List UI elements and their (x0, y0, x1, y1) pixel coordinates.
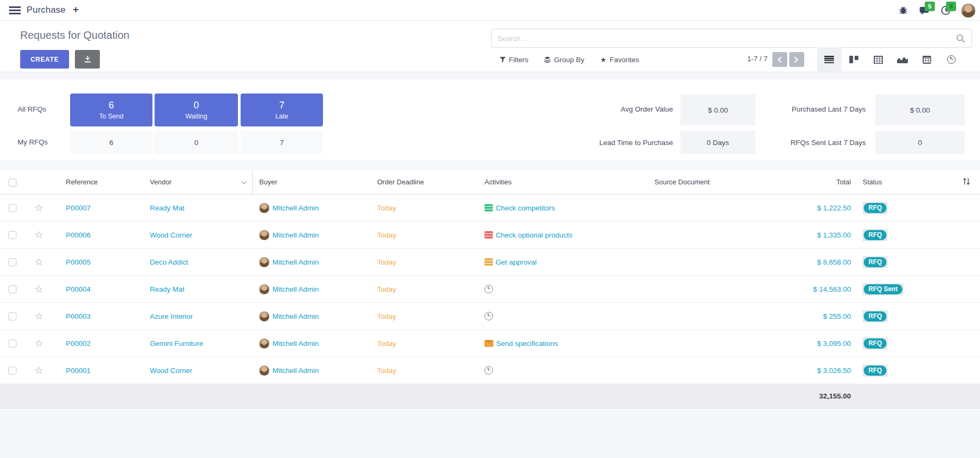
vendor-link[interactable]: Ready Mat (143, 204, 253, 212)
reference-link[interactable]: P00002 (53, 340, 143, 347)
row-checkbox[interactable] (8, 340, 16, 347)
reference-link[interactable]: P00003 (53, 312, 143, 320)
column-header-order-deadline[interactable]: Order Deadline (369, 178, 478, 186)
table-row[interactable]: ☆ P00001 Wood Corner Mitchell Admin Toda… (0, 357, 980, 384)
row-checkbox[interactable] (8, 258, 16, 266)
activity-label[interactable]: Send specifications (496, 340, 558, 347)
order-deadline[interactable]: Today (369, 340, 478, 347)
total-amount[interactable]: $ 1,222.50 (799, 204, 855, 212)
kpi-my-late[interactable]: 7 (241, 131, 323, 154)
table-row[interactable]: ☆ P00005 Deco Addict Mitchell Admin Toda… (0, 249, 980, 276)
table-row[interactable]: ☆ P00004 Ready Mat Mitchell Admin Today … (0, 276, 980, 303)
buyer-name[interactable]: Mitchell Admin (272, 285, 319, 293)
favorite-star-toggle[interactable]: ☆ (35, 311, 43, 321)
activity-label[interactable]: Check optional products (496, 231, 573, 239)
favorites-button[interactable]: ★ Favorites (600, 52, 639, 67)
table-row[interactable]: ☆ P00006 Wood Corner Mitchell Admin Toda… (0, 222, 980, 249)
total-amount[interactable]: $ 8,658.00 (799, 258, 855, 266)
activity-clock-icon[interactable] (484, 285, 493, 293)
favorite-star-toggle[interactable]: ☆ (35, 366, 43, 375)
order-deadline[interactable]: Today (369, 204, 478, 212)
messages-icon[interactable]: 5 (918, 5, 930, 16)
total-amount[interactable]: $ 1,335.00 (799, 231, 855, 239)
view-switcher-activity[interactable] (939, 47, 964, 72)
vendor-link[interactable]: Wood Corner (143, 231, 253, 239)
favorite-star-toggle[interactable]: ☆ (35, 284, 43, 294)
select-all-checkbox[interactable] (8, 179, 16, 186)
favorite-star-toggle[interactable]: ☆ (35, 257, 43, 267)
pager-previous-button[interactable] (772, 52, 787, 67)
activity-envelope-icon[interactable] (484, 340, 493, 347)
vendor-link[interactable]: Gemini Furniture (143, 340, 253, 347)
activity-clock-icon[interactable] (484, 312, 493, 320)
lead-time-box[interactable]: 0 Days (680, 131, 755, 154)
activity-type-icon[interactable] (484, 231, 493, 239)
activity-type-icon[interactable] (484, 204, 493, 211)
buyer-name[interactable]: Mitchell Admin (272, 340, 319, 347)
column-header-buyer[interactable]: Buyer (253, 178, 369, 186)
buyer-name[interactable]: Mitchell Admin (272, 312, 319, 320)
column-header-reference[interactable]: Reference (53, 178, 143, 186)
favorite-star-toggle[interactable]: ☆ (35, 230, 43, 240)
user-avatar[interactable] (961, 3, 976, 18)
view-switcher-kanban[interactable] (841, 47, 866, 72)
view-switcher-calendar[interactable] (915, 47, 939, 72)
buyer-name[interactable]: Mitchell Admin (272, 231, 319, 239)
order-deadline[interactable]: Today (369, 312, 478, 320)
row-checkbox[interactable] (8, 312, 16, 320)
activity-label[interactable]: Get approval (496, 258, 536, 266)
column-header-source-document[interactable]: Source Document (648, 178, 799, 186)
view-switcher-list[interactable] (817, 47, 841, 72)
row-checkbox[interactable] (8, 231, 16, 239)
reference-link[interactable]: P00007 (53, 204, 143, 212)
search-icon[interactable] (956, 34, 965, 43)
kpi-my-waiting[interactable]: 0 (155, 131, 238, 154)
new-menu-plus-button[interactable]: + (73, 4, 79, 15)
hamburger-menu-icon[interactable] (9, 6, 21, 14)
kpi-all-to-send[interactable]: 6 To Send (70, 94, 152, 126)
reference-link[interactable]: P00005 (53, 258, 143, 266)
vendor-link[interactable]: Ready Mat (143, 285, 253, 293)
rfqs-sent-last-7-days-box[interactable]: 0 (875, 131, 965, 154)
total-amount[interactable]: $ 3,095.00 (799, 340, 855, 347)
activity-type-icon[interactable] (484, 258, 493, 266)
kpi-my-to-send[interactable]: 6 (70, 131, 152, 154)
group-by-button[interactable]: Group By (544, 52, 584, 67)
favorite-star-toggle[interactable]: ☆ (35, 338, 43, 348)
buyer-name[interactable]: Mitchell Admin (272, 367, 319, 375)
order-deadline[interactable]: Today (369, 367, 478, 375)
view-switcher-graph[interactable] (890, 47, 915, 72)
column-header-total[interactable]: Total (799, 178, 855, 186)
column-header-vendor[interactable]: Vendor (143, 170, 253, 194)
row-checkbox[interactable] (8, 367, 16, 375)
table-row[interactable]: ☆ P00007 Ready Mat Mitchell Admin Today … (0, 194, 980, 222)
row-checkbox[interactable] (8, 204, 16, 212)
table-row[interactable]: ☆ P00002 Gemini Furniture Mitchell Admin… (0, 330, 980, 357)
reference-link[interactable]: P00004 (53, 285, 143, 293)
row-checkbox[interactable] (8, 285, 16, 293)
activities-clock-icon[interactable]: 9 (940, 5, 951, 16)
order-deadline[interactable]: Today (369, 285, 478, 293)
table-row[interactable]: ☆ P00003 Azure Interior Mitchell Admin T… (0, 303, 980, 330)
view-switcher-pivot[interactable] (866, 47, 890, 72)
total-amount[interactable]: $ 3,026.50 (799, 367, 855, 375)
total-amount[interactable]: $ 14,563.00 (799, 285, 855, 293)
order-deadline[interactable]: Today (369, 231, 478, 239)
app-menu-purchase[interactable]: Purchase (27, 5, 65, 15)
pager-next-button[interactable] (789, 52, 804, 67)
search-input[interactable] (492, 29, 972, 47)
kpi-all-late[interactable]: 7 Late (241, 94, 323, 126)
vendor-link[interactable]: Azure Interior (143, 312, 253, 320)
buyer-name[interactable]: Mitchell Admin (272, 258, 319, 266)
optional-columns-toggle[interactable] (930, 177, 980, 187)
vendor-link[interactable]: Wood Corner (143, 367, 253, 375)
buyer-name[interactable]: Mitchell Admin (272, 204, 319, 212)
reference-link[interactable]: P00001 (53, 367, 143, 375)
order-deadline[interactable]: Today (369, 258, 478, 266)
purchased-last-7-days-box[interactable]: $ 0.00 (875, 95, 965, 125)
favorite-star-toggle[interactable]: ☆ (35, 203, 43, 213)
activity-label[interactable]: Check competitors (496, 204, 555, 212)
debug-bug-icon[interactable] (897, 5, 909, 16)
avg-order-value-box[interactable]: $ 0.00 (680, 95, 755, 125)
kpi-all-waiting[interactable]: 0 Waiting (155, 94, 238, 126)
